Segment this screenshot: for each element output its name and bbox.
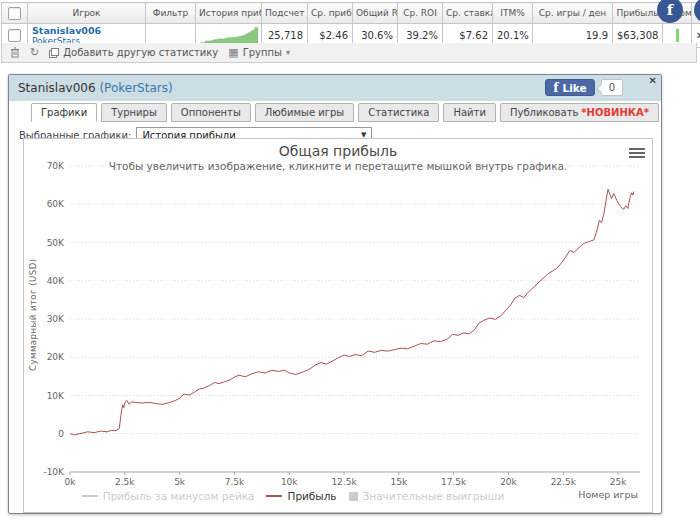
column-header-5[interactable]: Общий R [353, 3, 398, 24]
tab-5[interactable]: Найти [443, 103, 495, 122]
x-tick-label: 15k [391, 477, 408, 487]
legend-label: Значительные выигрыши [363, 490, 505, 502]
stats-header-row: ИгрокФильтрИстория прибПодсчетСр. прибыО… [2, 3, 700, 24]
sparkline-chart [200, 26, 258, 44]
panel-header: Stanislav006 (PokerStars) f Like 0 [9, 75, 661, 101]
chart-menu-icon[interactable] [629, 148, 645, 160]
legend-item-0[interactable]: Прибыль за минусом рейка [82, 490, 255, 502]
refresh-icon: ↻ [30, 47, 39, 58]
add-window-icon [49, 48, 59, 58]
panel-player-name: Stanislav006 [18, 81, 96, 95]
player-panel: Stanislav006 (PokerStars) f Like 0 ✕ Гра… [8, 74, 662, 514]
y-tick-label: -10K [43, 467, 65, 477]
stats-toolbar: ↻ Добавить другую статистику ▦ Группы ▾ [1, 43, 697, 63]
column-header-2[interactable]: История приб [196, 3, 262, 24]
profit-line-series [70, 189, 634, 435]
new-badge: *НОВИНКА* [581, 107, 649, 118]
y-tick-label: 10K [47, 391, 65, 401]
y-tick-label: 50K [47, 238, 65, 248]
y-tick-label: 0 [58, 429, 64, 439]
tab-0[interactable]: Графики [31, 103, 97, 122]
close-button[interactable]: ✕ [649, 76, 657, 86]
column-header-3[interactable]: Подсчет [262, 3, 308, 24]
x-tick-label: 17.5k [441, 477, 467, 487]
chart-title: Общая прибыль [24, 143, 652, 159]
tab-label: Оппоненты [181, 107, 241, 118]
legend-item-1[interactable]: Прибыль [266, 490, 336, 502]
column-header-4[interactable]: Ср. прибы [308, 3, 353, 24]
column-header-0[interactable]: Игрок [28, 3, 146, 24]
y-tick-label: 40K [47, 276, 65, 286]
tab-label: Публиковать [510, 107, 578, 118]
header-checkbox-cell [2, 3, 28, 24]
x-tick-label: 2.5k [115, 477, 135, 487]
y-tick-label: 20K [47, 352, 65, 362]
legend-item-2[interactable]: Значительные выигрыши [349, 490, 505, 502]
column-header-7[interactable]: Ср. ставка [443, 3, 493, 24]
x-tick-label: 7.5k [225, 477, 245, 487]
form-bar-indicator [676, 29, 679, 42]
add-statistic-label: Добавить другую статистику [63, 47, 218, 58]
refresh-button[interactable]: ↻ [30, 47, 39, 58]
y-tick-label: 60K [47, 199, 65, 209]
chart-plot-area[interactable]: -10K010K20K30K40K50K60K70K0k2.5k5k7.5k10… [24, 139, 652, 512]
groups-grid-icon: ▦ [228, 47, 238, 58]
tab-label: Найти [453, 107, 485, 118]
tab-2[interactable]: Оппоненты [171, 103, 251, 122]
legend-label: Прибыль [287, 490, 336, 502]
page: ИгрокФильтрИстория прибПодсчетСр. прибыО… [0, 0, 700, 521]
groups-label: Группы [243, 47, 282, 58]
column-header-8[interactable]: ITM% [493, 3, 533, 24]
column-header-10[interactable]: Прибыль [613, 3, 663, 24]
tab-label: Любимые игры [265, 107, 344, 118]
column-header-1[interactable]: Фильтр [146, 3, 196, 24]
legend-marker [82, 495, 98, 497]
x-tick-label: 10k [281, 477, 298, 487]
tab-label: Турниры [111, 107, 157, 118]
add-statistic-button[interactable]: Добавить другую статистику [49, 47, 218, 58]
legend-marker [349, 492, 358, 501]
facebook-f-icon: f [667, 1, 673, 19]
like-button[interactable]: f Like [545, 79, 594, 96]
tab-3[interactable]: Любимые игры [255, 103, 354, 122]
x-tick-label: 25k [610, 477, 627, 487]
tab-1[interactable]: Турниры [101, 103, 167, 122]
tab-label: Статистика [368, 107, 429, 118]
panel-title: Stanislav006 (PokerStars) [18, 81, 173, 95]
chart-legend: Прибыль за минусом рейкаПрибыльЗначитель… [24, 490, 562, 502]
column-header-9[interactable]: Ср. игры / ден [533, 3, 613, 24]
tab-label: Графики [41, 107, 87, 118]
delete-button[interactable] [10, 47, 20, 58]
panel-site-link[interactable]: (PokerStars) [99, 81, 172, 95]
row-checkbox[interactable] [8, 29, 21, 42]
column-header-6[interactable]: Ср. ROI [398, 3, 443, 24]
x-tick-label: 5k [174, 477, 186, 487]
stats-table: ИгрокФильтрИстория прибПодсчетСр. прибыО… [1, 2, 700, 48]
tab-6[interactable]: Публиковать*НОВИНКА* [500, 103, 659, 122]
chart-container: -10K010K20K30K40K50K60K70K0k2.5k5k7.5k10… [23, 138, 653, 513]
facebook-f-icon: f [553, 81, 558, 95]
select-all-checkbox[interactable] [8, 7, 21, 20]
legend-marker [266, 495, 282, 497]
x-tick-label: 0k [65, 477, 77, 487]
collapse-icon[interactable]: ✕ [696, 30, 700, 41]
sparkline-area [200, 27, 258, 43]
x-axis-title: Номер игры [578, 489, 638, 500]
facebook-like-widget: f Like 0 [545, 79, 623, 96]
x-tick-label: 20k [500, 477, 517, 487]
player-name-link[interactable]: Stanislav006 [32, 25, 141, 36]
like-label: Like [563, 82, 587, 94]
x-tick-label: 22.5k [551, 477, 577, 487]
tab-bar: ГрафикиТурнирыОппонентыЛюбимые игрыСтати… [31, 103, 659, 122]
like-count: 0 [601, 79, 623, 96]
groups-button[interactable]: ▦ Группы ▾ [228, 47, 290, 58]
groups-caret-icon: ▾ [286, 49, 290, 57]
legend-label: Прибыль за минусом рейка [103, 490, 255, 502]
y-axis-title: Суммарный итог (USD) [28, 258, 38, 371]
tab-4[interactable]: Статистика [358, 103, 439, 122]
chart-subtitle: Чтобы увеличить изображение, кликните и … [24, 160, 652, 172]
y-tick-label: 30K [47, 314, 65, 324]
x-tick-label: 12.5k [331, 477, 357, 487]
trash-icon [10, 47, 20, 58]
